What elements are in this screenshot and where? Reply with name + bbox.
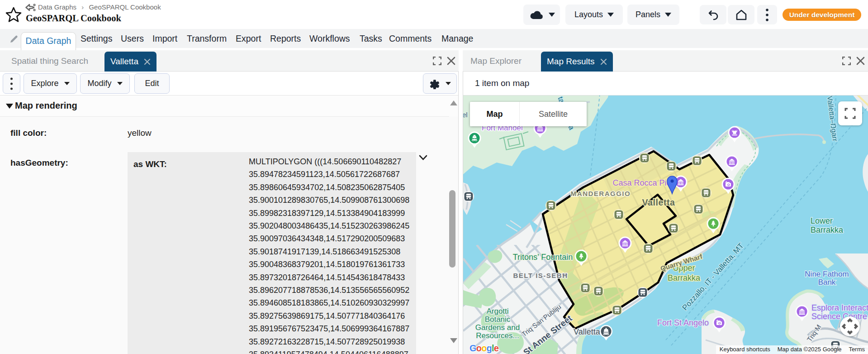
- svg-text:Barrakka: Barrakka: [811, 225, 844, 234]
- svg-text:el: el: [463, 111, 468, 119]
- svg-text:Bank: Bank: [818, 278, 836, 287]
- svg-text:Fort St Angelo: Fort St Angelo: [657, 318, 709, 327]
- svg-text:MANDERAGGIO: MANDERAGGIO: [571, 190, 631, 197]
- svg-text:BELT IS-SEBĦ: BELT IS-SEBĦ: [513, 272, 568, 279]
- svg-text:Esplora Interacti: Esplora Interacti: [811, 303, 868, 312]
- svg-text:Tritons’ Fountain: Tritons’ Fountain: [513, 253, 573, 262]
- svg-text:Botanic: Botanic: [485, 315, 511, 324]
- svg-text:Valletta: Valletta: [574, 327, 601, 336]
- svg-text:Barrakka: Barrakka: [668, 273, 701, 282]
- svg-text:Lower: Lower: [811, 216, 833, 225]
- svg-text:Resources...: Resources...: [476, 331, 519, 340]
- svg-text:Argotti: Argotti: [486, 307, 508, 316]
- svg-text:Nine Fathom: Nine Fathom: [805, 270, 849, 278]
- svg-text:Valletta: Valletta: [642, 197, 675, 207]
- svg-text:Gardens and: Gardens and: [475, 323, 520, 332]
